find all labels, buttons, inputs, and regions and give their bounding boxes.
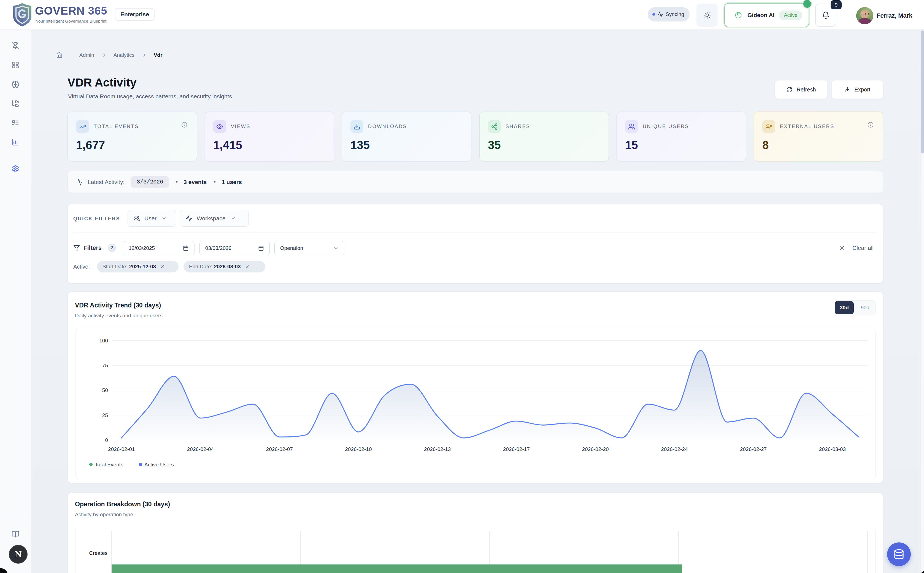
- svg-text:2026-02-04: 2026-02-04: [187, 446, 214, 452]
- svg-text:Creates: Creates: [89, 550, 107, 556]
- svg-text:2026-02-17: 2026-02-17: [503, 446, 530, 452]
- svg-text:2026-02-01: 2026-02-01: [108, 446, 135, 452]
- svg-text:2026-02-27: 2026-02-27: [740, 446, 767, 452]
- svg-text:2026-02-07: 2026-02-07: [266, 446, 293, 452]
- svg-text:Total Events: Total Events: [95, 462, 124, 468]
- svg-text:2026-02-13: 2026-02-13: [424, 446, 451, 452]
- svg-text:2026-02-20: 2026-02-20: [582, 446, 609, 452]
- svg-text:2026-02-10: 2026-02-10: [345, 446, 372, 452]
- svg-text:Active Users: Active Users: [144, 462, 174, 468]
- svg-text:25: 25: [102, 412, 108, 418]
- svg-text:75: 75: [102, 363, 108, 368]
- svg-text:100: 100: [99, 338, 108, 343]
- svg-text:50: 50: [102, 387, 108, 393]
- svg-text:2026-02-24: 2026-02-24: [661, 446, 688, 452]
- svg-text:2026-03-03: 2026-03-03: [819, 446, 846, 452]
- svg-text:0: 0: [105, 437, 108, 443]
